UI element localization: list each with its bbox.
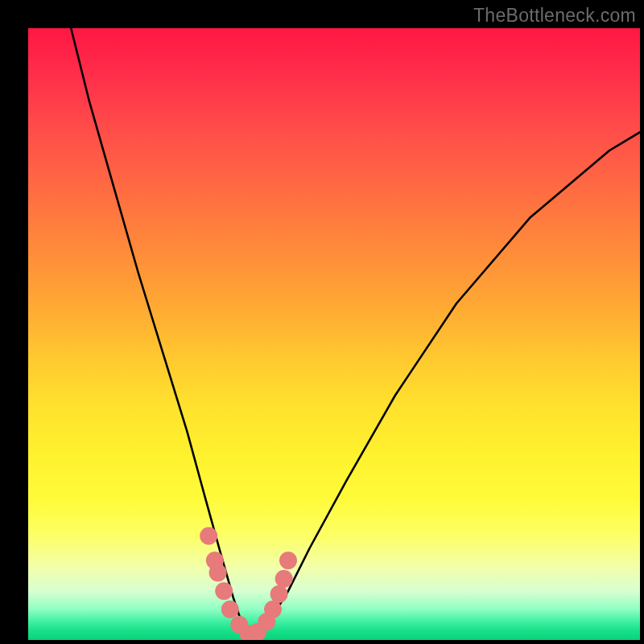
gpu-marker xyxy=(200,527,217,545)
gpu-marker xyxy=(264,601,282,618)
curve-layer xyxy=(28,28,640,640)
gpu-marker xyxy=(270,585,288,603)
bottleneck-curve xyxy=(71,28,640,634)
gpu-marker xyxy=(221,601,239,618)
gpu-marker xyxy=(279,551,297,569)
plot-area xyxy=(28,28,640,640)
gpu-marker xyxy=(215,582,233,600)
gpu-marker xyxy=(275,570,293,588)
chart-frame: TheBottleneck.com xyxy=(0,0,644,644)
watermark-label: TheBottleneck.com xyxy=(473,5,636,27)
gpu-marker xyxy=(209,564,227,581)
